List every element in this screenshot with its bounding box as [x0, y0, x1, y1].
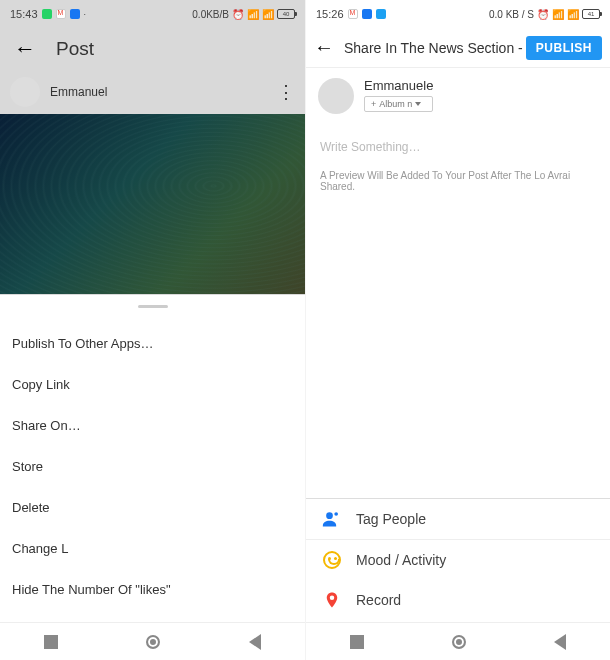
sheet-item-copy-link[interactable]: Copy Link	[0, 367, 305, 402]
nav-back-icon[interactable]	[249, 634, 261, 650]
wifi-icon: 📶	[262, 9, 274, 20]
sheet-item-publish-other[interactable]: Publish To Other Apps…	[0, 326, 305, 361]
back-arrow-icon[interactable]: ←	[314, 36, 334, 59]
publish-button[interactable]: PUBLISH	[526, 36, 602, 60]
nav-home-icon[interactable]	[452, 635, 466, 649]
app-icon	[376, 9, 386, 19]
right-header: ← Share In The News Section - PUBLISH	[306, 28, 610, 68]
composer-input[interactable]: Write Something…	[306, 124, 610, 164]
nav-home-icon[interactable]	[146, 635, 160, 649]
alarm-icon: ⏰	[537, 9, 549, 20]
left-screen: 15:43 · 0.0KB/B ⏰ 📶 📶 40 ← Post Emmanuel…	[0, 0, 305, 660]
back-arrow-icon[interactable]: ←	[14, 36, 36, 62]
facebook-icon	[70, 9, 80, 19]
right-status-bar: 15:26 0.0 KB / S ⏰ 📶 📶 41	[306, 0, 610, 28]
nav-back-icon[interactable]	[554, 634, 566, 650]
sheet-item-share-on[interactable]: Share On…	[0, 408, 305, 443]
option-mood[interactable]: Mood / Activity	[306, 540, 610, 580]
sheet-handle[interactable]	[138, 305, 168, 308]
sheet-item-change[interactable]: Change L	[0, 531, 305, 566]
profile-name[interactable]: Emmanuel	[50, 85, 107, 99]
status-data: 0.0KB/B	[192, 9, 229, 20]
battery-icon: 40	[277, 9, 295, 19]
option-record[interactable]: Record	[306, 580, 610, 620]
left-header: ← Post	[0, 28, 305, 70]
page-title: Share In The News Section -	[344, 40, 526, 56]
gmail-icon	[348, 9, 358, 19]
chevron-down-icon	[415, 102, 421, 106]
option-label: Record	[356, 592, 401, 608]
post-image[interactable]	[0, 114, 305, 294]
facebook-icon	[362, 9, 372, 19]
left-status-bar: 15:43 · 0.0KB/B ⏰ 📶 📶 40	[0, 0, 305, 28]
nav-recents-icon[interactable]	[44, 635, 58, 649]
avatar[interactable]	[10, 77, 40, 107]
battery-icon: 41	[582, 9, 600, 19]
sheet-item-store[interactable]: Store	[0, 449, 305, 484]
bottom-sheet: Publish To Other Apps… Copy Link Share O…	[0, 295, 305, 622]
right-navbar	[306, 622, 610, 660]
right-profile-row: Emmanuele Album n	[306, 68, 610, 124]
option-tag-people[interactable]: Tag People	[306, 499, 610, 540]
left-profile-row: Emmanuel ⋮	[0, 70, 305, 114]
sheet-item-delete[interactable]: Delete	[0, 490, 305, 525]
gmail-icon	[56, 9, 66, 19]
mood-icon	[322, 550, 342, 570]
status-time: 15:26	[316, 8, 344, 20]
left-navbar	[0, 622, 305, 660]
signal-icon: 📶	[247, 9, 259, 20]
option-label: Mood / Activity	[356, 552, 446, 568]
album-button[interactable]: Album n	[364, 96, 433, 112]
tag-people-icon	[322, 509, 342, 529]
sheet-item-hide-likes[interactable]: Hide The Number Of "likes"	[0, 572, 305, 607]
avatar[interactable]	[318, 78, 354, 114]
preview-note: A Preview Will Be Added To Your Post Aft…	[306, 164, 610, 198]
page-title: Post	[56, 38, 94, 60]
more-icon[interactable]: ⋮	[277, 81, 295, 103]
location-pin-icon	[322, 590, 342, 610]
profile-name[interactable]: Emmanuele	[364, 78, 433, 93]
signal-icon: 📶	[552, 9, 564, 20]
alarm-icon: ⏰	[232, 9, 244, 20]
nav-recents-icon[interactable]	[350, 635, 364, 649]
option-label: Tag People	[356, 511, 426, 527]
right-screen: 15:26 0.0 KB / S ⏰ 📶 📶 41 ← Share In The…	[305, 0, 610, 660]
svg-point-0	[326, 512, 333, 519]
status-data: 0.0 KB / S	[489, 9, 534, 20]
whatsapp-icon	[42, 9, 52, 19]
wifi-icon: 📶	[567, 9, 579, 20]
svg-point-1	[334, 512, 338, 516]
status-time: 15:43	[10, 8, 38, 20]
